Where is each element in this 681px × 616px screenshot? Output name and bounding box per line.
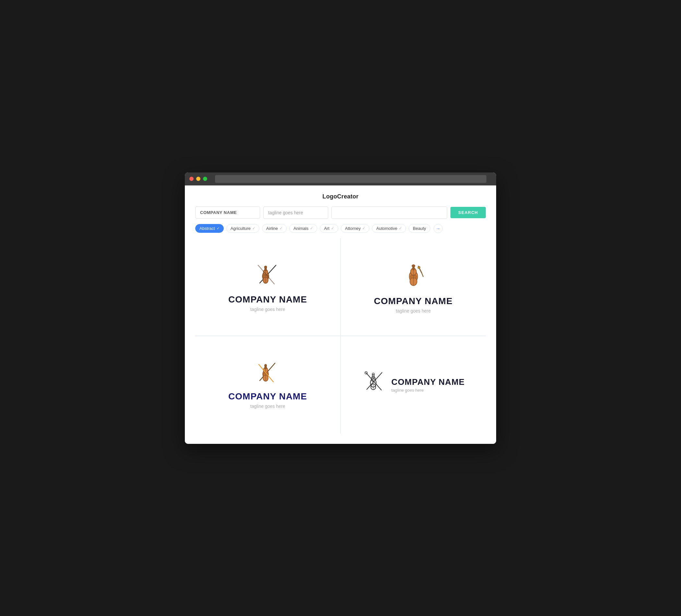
logo-company-name-2: COMPANY NAME xyxy=(374,296,453,306)
logo-company-name-3: COMPANY NAME xyxy=(228,391,307,402)
filter-bar: Abstract ✓ Agriculture ✓ Airline ✓ Anima… xyxy=(195,224,486,233)
svg-line-17 xyxy=(422,273,423,277)
address-bar[interactable] xyxy=(215,175,486,183)
logo-tagline-2: tagline goes here xyxy=(396,308,431,313)
app-header: LogoCreator xyxy=(195,193,486,200)
search-button[interactable]: SEARCH xyxy=(450,207,486,218)
svg-point-7 xyxy=(264,266,267,268)
filter-beauty-label: Beauty xyxy=(413,226,426,231)
check-icon-airline: ✓ xyxy=(280,226,282,231)
violin-crossed-small-icon xyxy=(254,361,281,385)
filter-abstract-label: Abstract xyxy=(199,226,215,231)
close-button[interactable] xyxy=(190,177,194,181)
logo-card-4[interactable]: COMPANY NAME tagline goes here xyxy=(341,336,486,434)
filter-next-button[interactable]: → xyxy=(434,224,443,233)
tagline-input[interactable] xyxy=(263,207,328,219)
company-name-input[interactable] xyxy=(195,207,260,219)
logo-company-name-4: COMPANY NAME xyxy=(392,377,465,387)
filter-airline[interactable]: Airline ✓ xyxy=(262,224,287,233)
keyword-input[interactable] xyxy=(331,207,447,219)
check-icon-abstract: ✓ xyxy=(217,226,220,231)
logo-tagline-1: tagline goes here xyxy=(250,307,285,312)
filter-art-label: Art xyxy=(324,226,329,231)
browser-titlebar xyxy=(185,173,496,185)
filter-automotive-label: Automotive xyxy=(376,226,397,231)
filter-attorney[interactable]: Attorney ✓ xyxy=(341,224,369,233)
check-icon-agriculture: ✓ xyxy=(252,226,255,231)
filter-beauty[interactable]: Beauty xyxy=(409,224,430,233)
svg-point-26 xyxy=(264,364,267,367)
app-content: LogoCreator SEARCH Abstract ✓ Agricultur… xyxy=(185,185,496,444)
card4-content: COMPANY NAME tagline goes here xyxy=(362,369,465,400)
card4-text: COMPANY NAME tagline goes here xyxy=(392,377,465,393)
logo-icon-3 xyxy=(254,361,281,386)
svg-point-15 xyxy=(412,264,415,267)
filter-agriculture-label: Agriculture xyxy=(231,226,251,231)
check-icon-attorney: ✓ xyxy=(362,226,365,231)
search-bar: SEARCH xyxy=(195,207,486,219)
logo-tagline-4: tagline goes here xyxy=(392,388,465,393)
filter-art[interactable]: Art ✓ xyxy=(320,224,338,233)
filter-animals-label: Animals xyxy=(294,226,308,231)
logo-card-1[interactable]: COMPANY NAME tagline goes here xyxy=(195,238,340,336)
logo-card-3[interactable]: COMPANY NAME tagline goes here xyxy=(195,336,340,434)
check-icon-automotive: ✓ xyxy=(399,226,402,231)
violin-plain-icon xyxy=(401,260,426,289)
filter-animals[interactable]: Animals ✓ xyxy=(289,224,317,233)
browser-window: LogoCreator SEARCH Abstract ✓ Agricultur… xyxy=(185,173,496,444)
svg-point-34 xyxy=(372,373,374,376)
filter-agriculture[interactable]: Agriculture ✓ xyxy=(226,224,259,233)
filter-abstract[interactable]: Abstract ✓ xyxy=(195,224,224,233)
logo-grid: COMPANY NAME tagline goes here xyxy=(195,238,486,434)
check-icon-art: ✓ xyxy=(331,226,334,231)
violin-crossed-icon xyxy=(253,262,282,288)
logo-icon-1 xyxy=(253,262,282,289)
maximize-button[interactable] xyxy=(203,177,207,181)
filter-attorney-label: Attorney xyxy=(345,226,361,231)
logo-company-name-1: COMPANY NAME xyxy=(228,294,307,305)
filter-airline-label: Airline xyxy=(266,226,278,231)
logo-icon-2 xyxy=(401,260,426,291)
violin-outline-inline-icon xyxy=(362,369,386,393)
svg-point-18 xyxy=(418,266,421,269)
logo-tagline-3: tagline goes here xyxy=(250,404,285,409)
filter-automotive[interactable]: Automotive ✓ xyxy=(372,224,406,233)
logo-icon-4 xyxy=(362,369,386,395)
minimize-button[interactable] xyxy=(196,177,200,181)
app-title: LogoCreator xyxy=(322,193,358,200)
logo-card-2[interactable]: COMPANY NAME tagline goes here xyxy=(341,238,486,336)
check-icon-animals: ✓ xyxy=(310,226,313,231)
